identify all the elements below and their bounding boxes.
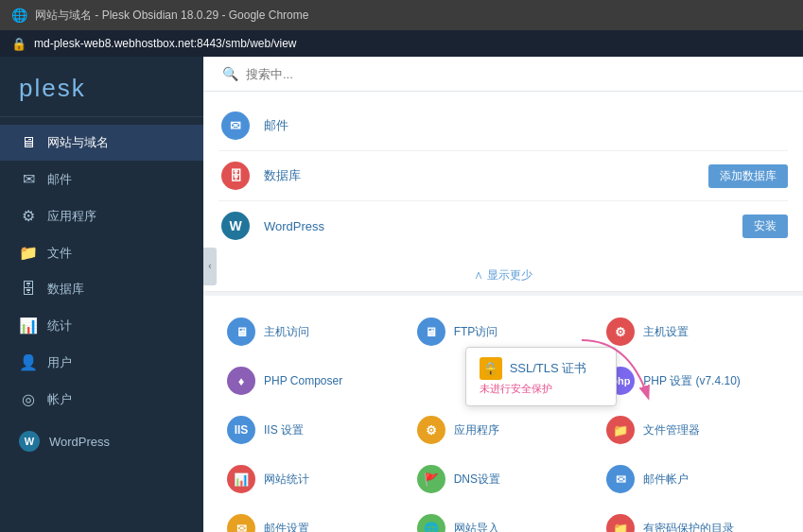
database-label[interactable]: 数据库 [264, 167, 697, 184]
password-protected-label: 有密码保护的目录 [643, 521, 734, 533]
grid-item-mail-settings[interactable]: ✉ 邮件设置 [218, 504, 409, 532]
iis-settings-label: IIS 设置 [264, 422, 304, 438]
mail-nav-icon: ✉ [19, 170, 38, 188]
wordpress-label[interactable]: WordPress [264, 219, 731, 233]
mail-account-label: 邮件帐户 [643, 472, 689, 488]
apps-icon: ⚙ [19, 207, 38, 225]
app-layout: plesk 🖥 网站与域名 ✉ 邮件 ⚙ 应用程序 📁 文件 🗄 数据库 [0, 57, 803, 532]
php-composer-icon: ♦ [226, 366, 256, 396]
grid-item-applications[interactable]: ⚙ 应用程序 [409, 405, 599, 455]
top-items-section: ✉ 邮件 🗄 数据库 添加数据库 W WordPress 安装 [203, 92, 803, 260]
applications-icon: ⚙ [416, 415, 446, 445]
sidebar-label-apps: 应用程序 [47, 208, 96, 225]
search-input[interactable] [246, 67, 784, 81]
host-access-icon: 🖥 [226, 317, 256, 347]
url-display[interactable]: md-plesk-web8.webhostbox.net:8443/smb/we… [34, 37, 297, 50]
grid-item-file-manager[interactable]: 📁 文件管理器 [598, 405, 788, 455]
mail-label[interactable]: 邮件 [264, 117, 788, 134]
search-bar: 🔍 [203, 57, 803, 92]
php-settings-label: PHP 设置 (v7.4.10) [643, 373, 740, 389]
main-content: 🔍 ✉ 邮件 🗄 数据库 添加数据库 W [203, 57, 803, 532]
sidebar-logo: plesk [0, 57, 203, 117]
grid-item-php-settings[interactable]: php PHP 设置 (v7.4.10) [598, 356, 788, 405]
lock-icon: 🔒 [11, 37, 26, 51]
show-less-label: ∧ 显示更少 [474, 268, 532, 282]
grid-item-password-protected[interactable]: 📁 有密码保护的目录 [598, 504, 788, 532]
ssl-popup-status: 未进行安全保护 [480, 382, 602, 396]
ssl-popup-title: 🔒 SSL/TLS 证书 [480, 357, 602, 380]
grid-item-mail-account[interactable]: ✉ 邮件帐户 [598, 455, 788, 504]
ftp-access-label: FTP访问 [454, 324, 498, 340]
grid-item-host-settings[interactable]: ⚙ 主机设置 [598, 307, 788, 356]
sidebar-item-wordpress[interactable]: W WordPress [0, 421, 203, 461]
sidebar-item-files[interactable]: 📁 文件 [0, 234, 203, 271]
grid-item-dns-settings[interactable]: 🚩 DNS设置 [409, 455, 599, 504]
show-less-toggle[interactable]: ∧ 显示更少 [203, 260, 803, 292]
url-host: md-plesk-web8.webhostbox.net [34, 37, 194, 50]
grid-item-iis-settings[interactable]: IIS IIS 设置 [218, 405, 409, 455]
file-manager-icon: 📁 [605, 415, 636, 445]
database-icon: 🗄 [218, 159, 253, 193]
sidebar-label-stats: 统计 [47, 317, 72, 335]
ssl-popup-title-text: SSL/TLS 证书 [510, 360, 587, 377]
grid-item-php-composer[interactable]: ♦ PHP Composer [218, 356, 409, 405]
sidebar-label-websites: 网站与域名 [47, 134, 109, 151]
sidebar-item-websites[interactable]: 🖥 网站与域名 [0, 125, 203, 161]
host-access-label: 主机访问 [264, 324, 309, 340]
grid-item-site-stats[interactable]: 📊 网站统计 [218, 455, 409, 504]
sidebar-item-account[interactable]: ◎ 帐户 [0, 381, 203, 418]
grid-item-ssl[interactable]: 🔒 SSL/TLS 证书 未进行安全保护 [409, 356, 599, 405]
site-stats-icon: 📊 [226, 464, 256, 494]
mail-icon: ✉ [218, 109, 253, 143]
mail-round-icon: ✉ [221, 112, 250, 140]
users-icon: 👤 [19, 353, 38, 371]
sidebar-item-apps[interactable]: ⚙ 应用程序 [0, 197, 203, 234]
dns-settings-label: DNS设置 [454, 472, 500, 488]
iis-settings-icon: IIS [226, 415, 256, 445]
browser-icon: 🌐 [11, 8, 27, 23]
sidebar-label-wordpress: WordPress [49, 435, 110, 449]
database-row: 🗄 数据库 添加数据库 [218, 151, 788, 201]
add-database-button[interactable]: 添加数据库 [708, 164, 788, 188]
ftp-access-icon: 🖥 [416, 317, 446, 347]
grid-item-host-access[interactable]: 🖥 主机访问 [218, 307, 409, 356]
search-icon: 🔍 [222, 66, 238, 81]
logo-text: plesk [19, 74, 86, 102]
sidebar-label-users: 用户 [47, 354, 72, 371]
sidebar-collapse-arrow[interactable]: ‹ [203, 248, 217, 285]
php-composer-label: PHP Composer [264, 374, 342, 387]
websites-icon: 🖥 [19, 134, 38, 151]
sidebar: plesk 🖥 网站与域名 ✉ 邮件 ⚙ 应用程序 📁 文件 🗄 数据库 [0, 57, 203, 532]
sidebar-item-stats[interactable]: 📊 统计 [0, 307, 203, 344]
site-import-icon: 🌐 [416, 513, 446, 532]
database-round-icon: 🗄 [221, 162, 250, 190]
url-path: :8443/smb/web/view [194, 37, 297, 50]
files-icon: 📁 [19, 244, 38, 262]
sidebar-item-databases[interactable]: 🗄 数据库 [0, 271, 203, 307]
grid-item-site-import[interactable]: 🌐 网站导入 [409, 504, 599, 532]
sidebar-label-mail: 邮件 [47, 171, 72, 188]
applications-label: 应用程序 [454, 422, 499, 438]
sidebar-nav: 🖥 网站与域名 ✉ 邮件 ⚙ 应用程序 📁 文件 🗄 数据库 📊 统计 [0, 117, 203, 461]
mail-settings-label: 邮件设置 [264, 521, 309, 533]
wordpress-top-icon: W [218, 209, 253, 243]
site-import-label: 网站导入 [454, 521, 499, 533]
sidebar-label-account: 帐户 [47, 391, 72, 408]
ssl-popup[interactable]: 🔒 SSL/TLS 证书 未进行安全保护 [465, 347, 617, 406]
sidebar-item-users[interactable]: 👤 用户 [0, 344, 203, 381]
sidebar-label-databases: 数据库 [47, 281, 84, 298]
host-settings-label: 主机设置 [643, 324, 689, 340]
address-bar: 🔒 md-plesk-web8.webhostbox.net:8443/smb/… [0, 30, 803, 57]
sidebar-label-files: 文件 [47, 245, 72, 262]
browser-title: 网站与域名 - Plesk Obsidian 18.0.29 - Google … [35, 8, 308, 24]
site-stats-label: 网站统计 [264, 472, 309, 488]
install-wordpress-button[interactable]: 安装 [742, 215, 788, 238]
stats-icon: 📊 [19, 317, 38, 335]
password-protected-icon: 📁 [605, 513, 636, 532]
mail-settings-icon: ✉ [226, 513, 256, 532]
mail-account-icon: ✉ [605, 464, 636, 494]
browser-chrome: 🌐 网站与域名 - Plesk Obsidian 18.0.29 - Googl… [0, 0, 803, 57]
ssl-lock-icon: 🔒 [480, 357, 502, 380]
sidebar-item-mail[interactable]: ✉ 邮件 [0, 161, 203, 197]
grid-section: 🖥 主机访问 🖥 FTP访问 ⚙ 主机设置 [203, 296, 803, 532]
